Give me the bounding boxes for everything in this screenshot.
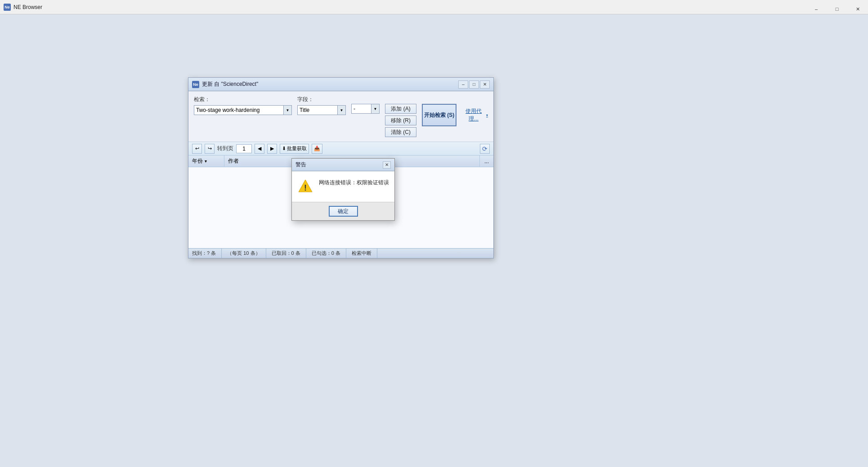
redo-icon: ↪ bbox=[208, 146, 212, 151]
dialog-titlebar: Ne 更新 自 "ScienceDirect" – □ ✕ bbox=[188, 78, 493, 91]
dialog-app-icon: Ne bbox=[192, 81, 199, 88]
modifier-select-wrap: - ▼ bbox=[351, 104, 380, 114]
goto-label: 转到页 bbox=[217, 145, 233, 152]
modifier-value-display: - bbox=[351, 104, 371, 114]
col-year-header: 年份 ▾ bbox=[188, 156, 224, 167]
use-proxy-button[interactable]: 使用代理... ▾ bbox=[462, 107, 488, 123]
search-dropdown-button[interactable]: ▼ bbox=[284, 105, 292, 115]
fetch-button[interactable]: 📥 bbox=[312, 144, 322, 154]
search-row: 检索： ▼ 字段： Title bbox=[194, 96, 488, 137]
modifier-dropdown-icon: ▼ bbox=[374, 107, 377, 111]
alert-dialog: 警告 ✕ ! 网络连接错误：权限验证错误 确定 bbox=[291, 158, 395, 221]
status-bar: 找到：? 条 （每页 10 条） 已取回：0 条 已勾选：0 条 检索中断 bbox=[188, 248, 493, 258]
redo-button[interactable]: ↪ bbox=[205, 144, 215, 154]
dialog-minimize-button[interactable]: – bbox=[458, 80, 468, 89]
results-toolbar: ↩ ↪ 转到页 ◀ ▶ ⬇ 批量获取 📥 ⟳ bbox=[188, 142, 493, 156]
undo-icon: ↩ bbox=[195, 146, 199, 151]
app-icon: Ne bbox=[4, 4, 11, 11]
proxy-dropdown-icon: ▾ bbox=[486, 113, 488, 117]
refresh-icon: ⟳ bbox=[482, 145, 488, 152]
field-select-wrap: Title ▼ bbox=[297, 105, 346, 115]
col-more-header[interactable]: ... bbox=[480, 156, 493, 167]
alert-title: 警告 bbox=[295, 161, 306, 169]
alert-content: ! 网络连接错误：权限验证错误 bbox=[292, 171, 394, 202]
search-dropdown-icon: ▼ bbox=[286, 108, 290, 112]
main-area: Ne 更新 自 "ScienceDirect" – □ ✕ 检索： ▼ bbox=[0, 14, 868, 467]
start-search-button[interactable]: 开始检索 (S) bbox=[422, 104, 456, 126]
alert-close-button[interactable]: ✕ bbox=[383, 161, 391, 169]
warning-icon: ! bbox=[297, 178, 313, 195]
field-dropdown-button[interactable]: ▼ bbox=[338, 105, 346, 115]
sort-icon: ▾ bbox=[205, 159, 207, 164]
action-buttons: 添加 (A) 移除 (R) 清除 (C) bbox=[385, 104, 416, 137]
dialog-maximize-button[interactable]: □ bbox=[469, 80, 479, 89]
status-fetched: 已取回：0 条 bbox=[266, 249, 306, 258]
alert-message: 网络连接错误：权限验证错误 bbox=[319, 178, 389, 187]
taskbar: Ne NE Browser – □ ✕ bbox=[0, 0, 868, 14]
search-area: 检索： ▼ 字段： Title bbox=[188, 91, 493, 142]
search-field-group: 检索： ▼ bbox=[194, 96, 292, 115]
add-button[interactable]: 添加 (A) bbox=[385, 104, 416, 114]
status-search-status: 检索中断 bbox=[346, 249, 377, 258]
status-found: 找到：? 条 bbox=[192, 249, 222, 258]
alert-titlebar: 警告 ✕ bbox=[292, 159, 394, 171]
dialog-win-controls: – □ ✕ bbox=[458, 80, 490, 89]
field-value-display: Title bbox=[297, 105, 338, 115]
dialog-title: 更新 自 "ScienceDirect" bbox=[202, 80, 258, 88]
modifier-dropdown-button[interactable]: ▼ bbox=[371, 104, 380, 114]
undo-button[interactable]: ↩ bbox=[192, 144, 202, 154]
field-label: 字段： bbox=[297, 96, 346, 103]
batch-fetch-icon: ⬇ bbox=[282, 146, 286, 151]
modifier-group: - ▼ bbox=[351, 96, 380, 114]
field-selector-group: 字段： Title ▼ bbox=[297, 96, 346, 115]
search-input[interactable] bbox=[194, 105, 284, 115]
alert-footer: 确定 bbox=[292, 202, 394, 220]
fetch-icon: 📥 bbox=[314, 146, 320, 151]
search-label: 检索： bbox=[194, 96, 292, 103]
search-input-wrap: ▼ bbox=[194, 105, 292, 115]
modifier-spacer bbox=[351, 96, 380, 102]
batch-fetch-button[interactable]: ⬇ 批量获取 bbox=[280, 144, 309, 154]
refresh-button[interactable]: ⟳ bbox=[480, 144, 490, 154]
confirm-button[interactable]: 确定 bbox=[329, 206, 358, 217]
app-title: NE Browser bbox=[13, 4, 42, 10]
svg-text:!: ! bbox=[304, 183, 307, 192]
status-per-page: （每页 10 条） bbox=[222, 249, 266, 258]
next-page-button[interactable]: ▶ bbox=[267, 144, 277, 154]
dialog-titlebar-left: Ne 更新 自 "ScienceDirect" bbox=[192, 80, 258, 88]
page-input[interactable] bbox=[236, 144, 252, 153]
dialog-close-button[interactable]: ✕ bbox=[480, 80, 490, 89]
remove-button[interactable]: 移除 (R) bbox=[385, 116, 416, 125]
clear-button[interactable]: 清除 (C) bbox=[385, 127, 416, 137]
field-dropdown-icon: ▼ bbox=[340, 108, 344, 112]
status-selected: 已勾选：0 条 bbox=[306, 249, 346, 258]
prev-page-button[interactable]: ◀ bbox=[255, 144, 264, 154]
